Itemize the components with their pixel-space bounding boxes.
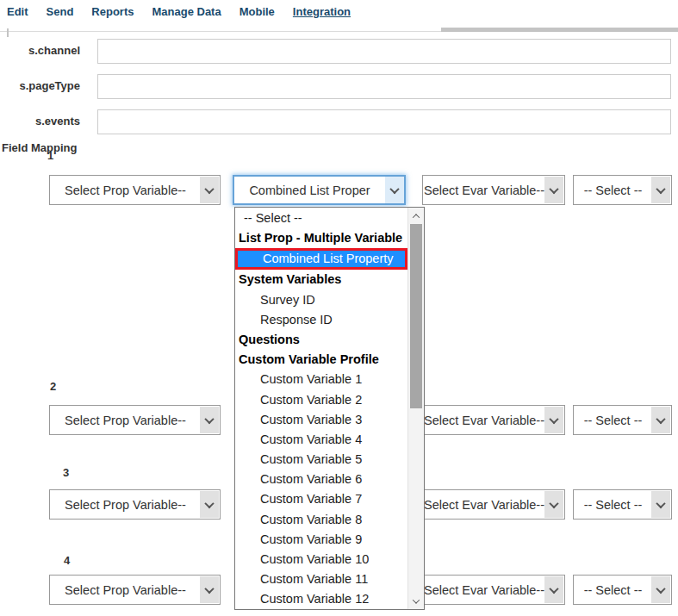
prop-variable-select-1-value: Select Prop Variable-- — [65, 184, 205, 197]
events-input[interactable] — [97, 109, 671, 134]
dropdown-group-header: Questions — [235, 330, 407, 350]
select-action-select-3[interactable]: -- Select -- — [573, 489, 672, 520]
dropdown-option[interactable]: Custom Variable 2 — [235, 390, 407, 410]
prop-variable-select-1[interactable]: Select Prop Variable-- — [49, 175, 221, 205]
evar-variable-select-4-value: Select Evar Variable-- — [424, 583, 563, 597]
prop-variable-select-4[interactable]: Select Prop Variable-- — [49, 575, 221, 605]
dropdown-option[interactable]: Custom Variable 1 — [235, 370, 407, 389]
prop-variable-select-3-value: Select Prop Variable-- — [65, 498, 205, 512]
dropdown-option[interactable]: Custom Variable 4 — [235, 430, 407, 450]
dropdown-option[interactable]: Custom Variable 9 — [235, 530, 407, 550]
dropdown-option[interactable]: Combined List Property — [235, 248, 407, 270]
chevron-down-icon — [385, 177, 404, 203]
evar-variable-select-3-value: Select Evar Variable-- — [424, 498, 563, 512]
dropdown-option[interactable]: Custom Variable 10 — [235, 550, 407, 569]
prop-variable-select-2[interactable]: Select Prop Variable-- — [49, 405, 221, 435]
nav-item-reports[interactable]: Reports — [91, 5, 134, 18]
dropdown-option[interactable]: Custom Variable 8 — [235, 510, 407, 530]
chevron-down-icon — [544, 576, 563, 603]
channel-label: s.channel — [0, 44, 80, 58]
dropdown-option[interactable]: -- Select -- — [235, 208, 407, 228]
events-label: s.events — [0, 115, 80, 128]
nav-item-mobile[interactable]: Mobile — [239, 5, 275, 18]
dropdown-option[interactable]: Custom Variable 11 — [235, 569, 407, 589]
mapping-row-number: 4 — [64, 554, 70, 567]
select-action-select-1[interactable]: -- Select -- — [573, 175, 672, 205]
dropdown-option[interactable]: Custom Variable 7 — [235, 489, 407, 509]
dropdown-option[interactable]: Response ID — [235, 310, 407, 330]
chevron-down-icon — [651, 576, 670, 603]
select-action-select-1-value: -- Select -- — [584, 184, 662, 197]
dropdown-scrollbar[interactable] — [407, 208, 424, 609]
scroll-up-icon[interactable] — [408, 208, 424, 223]
dropdown-group-header: List Prop - Multiple Variable — [235, 228, 407, 248]
chevron-down-icon — [200, 177, 219, 203]
prop-variable-select-2-value: Select Prop Variable-- — [65, 414, 205, 427]
dropdown-group-header: System Variables — [235, 270, 407, 289]
select-action-select-2[interactable]: -- Select -- — [573, 405, 672, 435]
nav-item-send[interactable]: Send — [47, 5, 74, 18]
scrollbar-thumb[interactable] — [410, 224, 422, 408]
evar-variable-select-4[interactable]: Select Evar Variable-- — [422, 575, 565, 605]
select-action-select-4-value: -- Select -- — [584, 583, 662, 597]
mapping-row-number: 1 — [47, 149, 53, 162]
mapped-variable-select-1-value: Combined List Proper — [249, 184, 389, 197]
dropdown-option[interactable]: Custom Variable 12 — [235, 589, 407, 609]
prop-variable-select-4-value: Select Prop Variable-- — [65, 583, 205, 597]
field-mapping-title: Field Mapping — [2, 141, 77, 154]
evar-variable-select-1[interactable]: Select Evar Variable-- — [422, 175, 565, 205]
chevron-down-icon — [200, 491, 219, 518]
select-action-select-3-value: -- Select -- — [584, 498, 662, 512]
chevron-down-icon — [544, 177, 563, 203]
evar-variable-select-2-value: Select Evar Variable-- — [424, 414, 563, 427]
chevron-down-icon — [651, 177, 670, 203]
mapping-row-number: 3 — [63, 466, 69, 479]
dropdown-option[interactable]: Custom Variable 3 — [235, 410, 407, 430]
chevron-down-icon — [544, 407, 563, 433]
chevron-down-icon — [544, 491, 563, 518]
chevron-down-icon — [200, 576, 219, 603]
nav-item-edit[interactable]: Edit — [7, 5, 28, 18]
select-action-select-4[interactable]: -- Select -- — [573, 575, 672, 605]
nav-item-integration[interactable]: Integration — [293, 5, 351, 18]
top-nav: EditSendReportsManage DataMobileIntegrat… — [7, 5, 351, 18]
dropdown-option[interactable]: Survey ID — [235, 290, 407, 310]
nav-item-manage-data[interactable]: Manage Data — [152, 5, 221, 18]
channel-input[interactable] — [97, 39, 671, 64]
prop-dropdown-panel: -- Select --List Prop - Multiple Variabl… — [234, 207, 425, 610]
dropdown-option[interactable]: Custom Variable 6 — [235, 470, 407, 489]
mapped-variable-select-1[interactable]: Combined List Proper — [233, 175, 406, 205]
dropdown-option[interactable]: Custom Variable 5 — [235, 450, 407, 470]
pagetype-label: s.pageType — [0, 79, 80, 93]
chevron-down-icon — [200, 407, 219, 433]
horizontal-scrollbar-thumb[interactable] — [441, 28, 678, 32]
prop-variable-select-3[interactable]: Select Prop Variable-- — [49, 489, 221, 520]
divider-tick — [7, 28, 9, 37]
integration-settings-page: EditSendReportsManage DataMobileIntegrat… — [0, 0, 678, 616]
pagetype-input[interactable] — [97, 74, 671, 99]
select-action-select-2-value: -- Select -- — [584, 414, 662, 427]
mapping-row-number: 2 — [50, 380, 56, 393]
chevron-down-icon — [651, 407, 670, 433]
dropdown-group-header: Custom Variable Profile — [235, 350, 407, 370]
evar-variable-select-2[interactable]: Select Evar Variable-- — [422, 405, 565, 435]
scroll-down-icon[interactable] — [408, 594, 424, 608]
chevron-down-icon — [651, 491, 670, 518]
evar-variable-select-1-value: Select Evar Variable-- — [424, 184, 563, 197]
evar-variable-select-3[interactable]: Select Evar Variable-- — [422, 489, 565, 520]
